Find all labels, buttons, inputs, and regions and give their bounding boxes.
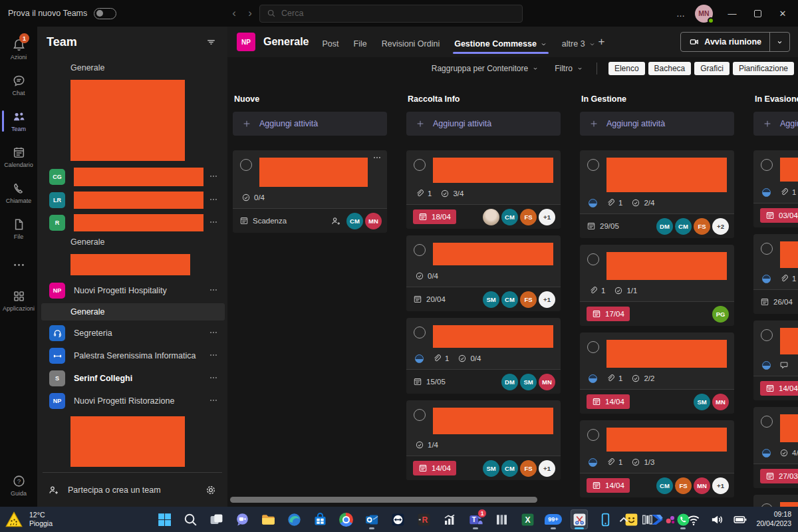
avatar[interactable]: CM [346, 213, 363, 229]
avatar[interactable]: MN [365, 213, 382, 229]
sidebar-channel-selected[interactable]: Generale [41, 303, 225, 321]
group-by-dropdown[interactable]: Raggruppa per Contenitore [426, 64, 544, 73]
due-date-overdue[interactable]: 03/04 [760, 208, 798, 223]
task-card[interactable]: 11/117/04PG [580, 245, 734, 326]
gear-icon[interactable] [205, 484, 217, 496]
tray-volume-icon[interactable] [710, 509, 724, 529]
avatar[interactable]: MN [694, 477, 710, 494]
task-checkbox[interactable] [414, 244, 426, 256]
task-card[interactable]: 14/04 [753, 321, 798, 400]
taskbar-file-explorer-icon[interactable] [259, 509, 277, 529]
taskbar-clock[interactable]: 09:1820/04/2023 [756, 510, 791, 528]
tray-battery-icon[interactable] [733, 509, 747, 529]
rail-item-chat[interactable]: Chat [0, 68, 37, 102]
task-checkbox[interactable] [761, 243, 773, 255]
sidebar-team-item[interactable]: NPNuovi Progetti Hospitality [37, 279, 227, 302]
task-checkbox[interactable] [587, 159, 599, 171]
tab-revisioni-ordini[interactable]: Revisioni Ordini [382, 30, 440, 57]
avatar[interactable]: CM [656, 477, 673, 494]
more-options-icon[interactable] [209, 396, 218, 407]
taskbar-search-icon[interactable] [182, 509, 199, 529]
filter-dropdown[interactable]: Filtro [549, 64, 589, 73]
card-more-icon[interactable] [372, 153, 382, 164]
avatar[interactable]: SM [483, 460, 499, 477]
join-or-create-team[interactable]: Partecipa o crea un team [68, 485, 197, 495]
task-checkbox[interactable] [761, 329, 773, 341]
rail-item-team[interactable]: Team [0, 104, 37, 138]
avatar[interactable]: +1 [539, 209, 555, 225]
task-card[interactable]: 13/418/04CMFS+1 [406, 150, 561, 229]
due-date[interactable]: Scadenza [239, 216, 287, 225]
taskbar-columns-app-icon[interactable] [493, 509, 510, 529]
sidebar-channel[interactable]: Generale [37, 234, 227, 250]
scrollbar-thumb[interactable] [230, 497, 537, 503]
task-checkbox[interactable] [240, 159, 252, 171]
due-date-overdue[interactable]: 27/03 [760, 469, 798, 483]
sidebar-team-item[interactable]: LR [37, 189, 227, 211]
task-checkbox[interactable] [587, 341, 599, 353]
search-input[interactable]: Cerca [259, 5, 523, 23]
tray-tray-columns-icon[interactable] [640, 509, 654, 529]
minimize-button[interactable]: — [721, 3, 743, 23]
view-button-elenco[interactable]: Elenco [608, 62, 645, 75]
avatar[interactable]: CM [501, 460, 518, 477]
rail-item-chiamate[interactable]: Chiamate [0, 176, 37, 210]
tab-post[interactable]: Post [322, 30, 338, 57]
task-card[interactable]: 12/429/05DMCMFS+2 [580, 150, 734, 238]
more-options-icon[interactable] [209, 373, 218, 384]
add-task-button[interactable]: Aggiungi attività [406, 112, 561, 136]
task-checkbox[interactable] [761, 416, 773, 428]
task-checkbox[interactable] [761, 159, 773, 171]
more-options-icon[interactable] [209, 285, 218, 297]
taskbar-r-app-icon[interactable]: R [415, 509, 432, 529]
task-card[interactable]: 10/415/05DMSMMN [406, 318, 561, 394]
add-task-button[interactable]: Aggiungi attività [753, 112, 798, 136]
tab-altre-3[interactable]: altre 3 [562, 30, 596, 57]
filter-icon[interactable] [205, 37, 217, 48]
avatar[interactable]: +1 [712, 477, 729, 494]
avatar[interactable]: FS [520, 291, 537, 308]
tab-gestione-commesse[interactable]: Gestione Commesse [454, 30, 547, 57]
tab-file[interactable]: File [354, 30, 367, 57]
taskbar-teams-icon[interactable]: T1 [467, 509, 484, 529]
avatar[interactable]: +1 [539, 460, 555, 477]
close-button[interactable]: ✕ [771, 3, 794, 23]
due-date-overdue[interactable]: 14/04 [760, 381, 798, 396]
maximize-button[interactable] [746, 3, 769, 23]
due-date-overdue[interactable]: 18/04 [413, 209, 456, 224]
tray-tray-color-icon[interactable] [663, 509, 678, 529]
sidebar-team-item[interactable]: SSerinf Colleghi [37, 367, 227, 390]
task-card[interactable]: 0/420/04SMCMFS+1 [406, 235, 561, 311]
avatar[interactable]: SM [694, 394, 710, 410]
due-date[interactable]: 26/04 [760, 297, 793, 307]
rail-item-guida[interactable]: ?Guida [0, 468, 37, 503]
taskbar-chart-app-icon[interactable] [441, 509, 458, 529]
view-button-pianificazione[interactable]: Pianificazione [733, 62, 794, 75]
avatar[interactable]: +1 [539, 291, 555, 308]
task-checkbox[interactable] [587, 429, 599, 441]
due-date[interactable]: 29/05 [587, 221, 619, 231]
rail-item-calendario[interactable]: Calendario [0, 140, 37, 174]
more-options-icon[interactable] [209, 328, 218, 339]
add-task-button[interactable]: Aggiungi attività [233, 112, 387, 136]
task-card[interactable]: 1/414/04SMCMFS+1 [406, 400, 561, 480]
more-options-icon[interactable] [209, 217, 218, 229]
due-date-overdue[interactable]: 14/04 [587, 478, 630, 493]
titlebar-more-icon[interactable]: … [670, 9, 692, 19]
add-task-button[interactable]: Aggiungi attività [580, 112, 734, 136]
task-card[interactable]: 11/314/04CMFSMN+1 [580, 420, 734, 497]
avatar[interactable]: MN [695, 5, 713, 23]
rail-item-applicazioni[interactable]: Applicazioni [0, 283, 37, 318]
new-teams-toggle[interactable] [94, 8, 116, 19]
sidebar-channel[interactable]: Generale [37, 60, 227, 76]
task-card[interactable]: 103/04 [753, 150, 798, 227]
meeting-options-chevron-icon[interactable] [770, 39, 789, 46]
avatar[interactable]: FS [520, 460, 537, 477]
task-card[interactable]: 126/04 [753, 234, 798, 314]
task-checkbox[interactable] [414, 409, 426, 421]
task-card[interactable]: 4/427/03 [753, 407, 798, 488]
taskbar-phone-link-icon[interactable] [597, 509, 614, 529]
rail-item-more[interactable] [0, 247, 37, 282]
tray-chevron-up-icon[interactable] [616, 509, 631, 529]
back-icon[interactable]: ‹ [226, 7, 242, 20]
